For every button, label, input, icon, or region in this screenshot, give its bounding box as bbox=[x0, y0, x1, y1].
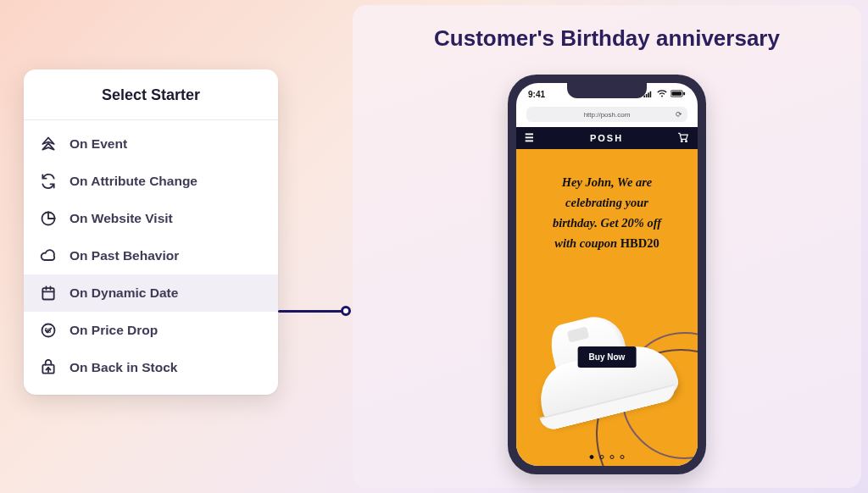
box-icon bbox=[39, 358, 58, 377]
hamburger-icon[interactable]: ☰ bbox=[525, 132, 536, 144]
svg-rect-8 bbox=[646, 94, 648, 97]
phone-mockup: 9:41 http://posh.com ⟳ bbox=[508, 75, 706, 474]
starter-item-label: On Price Drop bbox=[70, 323, 158, 338]
svg-rect-10 bbox=[650, 91, 652, 97]
phone-screen: 9:41 http://posh.com ⟳ bbox=[516, 83, 698, 466]
starter-item-on-back-in-stock[interactable]: On Back in Stock bbox=[24, 349, 278, 386]
status-time: 9:41 bbox=[528, 90, 545, 99]
wifi-icon bbox=[657, 90, 667, 99]
phone-notch bbox=[567, 83, 647, 98]
preview-card: Customer's Birthday anniversary 9:41 bbox=[353, 5, 861, 488]
carousel-dot[interactable] bbox=[600, 455, 604, 459]
browser-url-bar[interactable]: http://posh.com ⟳ bbox=[526, 107, 687, 122]
svg-rect-14 bbox=[683, 91, 685, 95]
coupon-code: HBD20 bbox=[620, 236, 659, 250]
starter-item-label: On Attribute Change bbox=[70, 174, 198, 189]
status-indicators bbox=[643, 90, 686, 99]
preview-title: Customer's Birthday anniversary bbox=[353, 5, 861, 52]
starter-item-on-past-behavior[interactable]: On Past Behavior bbox=[24, 237, 278, 274]
cloud-icon bbox=[39, 246, 58, 265]
connector-line bbox=[278, 306, 351, 316]
refresh-icon[interactable]: ⟳ bbox=[676, 110, 682, 119]
svg-rect-7 bbox=[643, 95, 645, 97]
svg-rect-13 bbox=[671, 91, 682, 96]
svg-point-11 bbox=[661, 95, 663, 97]
hero-line: celebrating your bbox=[531, 193, 682, 213]
starter-item-label: On Website Visit bbox=[70, 211, 173, 226]
svg-rect-0 bbox=[42, 288, 53, 299]
select-starter-panel: Select Starter On Event On Attribute Cha… bbox=[24, 69, 278, 395]
cart-icon[interactable] bbox=[677, 132, 689, 145]
svg-text:%: % bbox=[45, 326, 52, 335]
hero-line: Hey John, We are bbox=[531, 173, 682, 193]
brand-logo: POSH bbox=[590, 133, 623, 143]
panel-title: Select Starter bbox=[24, 69, 278, 120]
starter-item-label: On Past Behavior bbox=[70, 248, 179, 263]
starter-item-label: On Dynamic Date bbox=[70, 285, 178, 301]
refresh-icon bbox=[39, 172, 58, 191]
carousel-dot[interactable] bbox=[610, 455, 615, 459]
hero-line: birthday. Get 20% off bbox=[531, 213, 682, 234]
starter-item-on-attribute-change[interactable]: On Attribute Change bbox=[24, 163, 278, 200]
svg-point-15 bbox=[681, 140, 682, 141]
starter-item-on-dynamic-date[interactable]: On Dynamic Date bbox=[24, 274, 278, 312]
carousel-dot[interactable] bbox=[620, 455, 625, 459]
pie-icon bbox=[39, 209, 58, 228]
buy-now-button[interactable]: Buy Now bbox=[578, 346, 637, 368]
starter-item-label: On Event bbox=[70, 136, 127, 152]
svg-rect-9 bbox=[648, 92, 649, 97]
hero-section: Hey John, We are celebrating your birthd… bbox=[516, 149, 698, 466]
svg-point-16 bbox=[686, 140, 687, 141]
hero-line: with coupon HBD20 bbox=[531, 234, 682, 254]
calendar-icon bbox=[39, 284, 58, 302]
nav-icon bbox=[39, 135, 58, 153]
url-text: http://posh.com bbox=[584, 111, 631, 119]
starter-item-on-website-visit[interactable]: On Website Visit bbox=[24, 200, 278, 237]
starter-item-on-event[interactable]: On Event bbox=[24, 125, 278, 163]
starter-item-label: On Back in Stock bbox=[70, 360, 177, 375]
hero-line-prefix: with coupon bbox=[554, 236, 620, 250]
carousel-dot[interactable] bbox=[590, 455, 594, 459]
starter-item-on-price-drop[interactable]: % On Price Drop bbox=[24, 312, 278, 349]
battery-icon bbox=[670, 90, 686, 99]
hero-message: Hey John, We are celebrating your birthd… bbox=[516, 149, 698, 254]
discount-icon: % bbox=[39, 321, 58, 340]
site-header: ☰ POSH bbox=[516, 127, 698, 149]
starter-list: On Event On Attribute Change On Website … bbox=[24, 120, 278, 395]
carousel-dots[interactable] bbox=[590, 455, 625, 459]
